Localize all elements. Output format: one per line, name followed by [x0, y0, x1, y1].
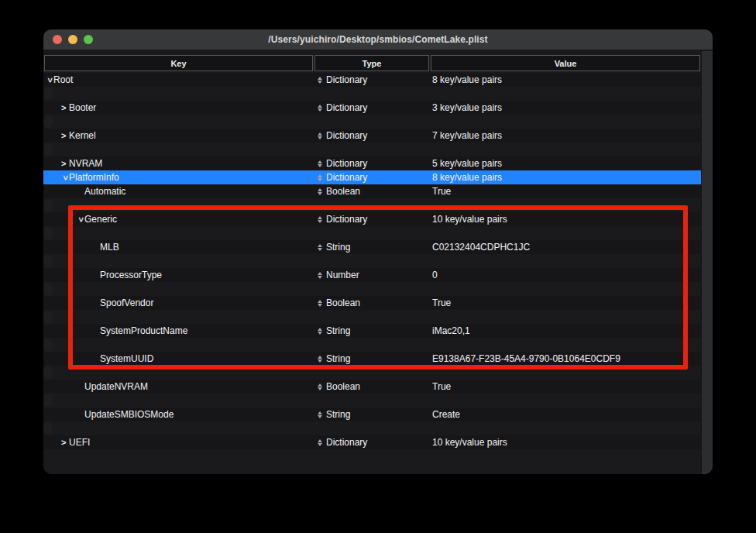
table-row[interactable]: >RootDictionary8 key/value pairs	[43, 73, 701, 87]
value-cell[interactable]: True	[429, 186, 701, 197]
table-row[interactable]: UpdateNVRAMBooleanTrue	[43, 380, 701, 394]
up-down-arrows-icon[interactable]	[318, 439, 322, 446]
key-cell[interactable]: CustomMemory	[43, 200, 77, 211]
key-cell[interactable]: SystemUUID	[43, 353, 314, 364]
column-header-value[interactable]: Value	[431, 55, 700, 71]
key-cell[interactable]: ProcessorType	[43, 270, 314, 280]
disclosure-closed-icon[interactable]: >	[61, 160, 69, 168]
window-titlebar[interactable]: /Users/yuichiro/Desktop/smbios/CometLake…	[43, 29, 713, 50]
type-popup[interactable]: Dictionary	[314, 158, 429, 169]
table-row[interactable]: SystemMemoryStatusStringAuto	[43, 310, 53, 324]
key-cell[interactable]: Automatic	[43, 186, 314, 197]
up-down-arrows-icon[interactable]	[318, 300, 322, 307]
up-down-arrows-icon[interactable]	[318, 160, 322, 167]
value-cell[interactable]: Create	[429, 409, 701, 420]
value-cell[interactable]: 2 key/value pairs	[64, 116, 67, 127]
table-row[interactable]: >DevicePropertiesDictionary2 key/value p…	[43, 115, 53, 129]
key-cell[interactable]: >Kernel	[43, 130, 314, 141]
key-cell[interactable]: MLB	[43, 242, 314, 253]
key-cell[interactable]: UpdateNVRAM	[43, 381, 314, 392]
key-cell[interactable]: >UEFI	[43, 437, 314, 448]
value-cell[interactable]: 10 key/value pairs	[429, 437, 701, 448]
up-down-arrows-icon[interactable]	[318, 244, 322, 251]
key-cell[interactable]: >Misc	[43, 144, 61, 155]
type-popup[interactable]: Boolean	[314, 186, 429, 197]
table-row[interactable]: SystemProductNameStringiMac20,1	[43, 324, 701, 338]
disclosure-open-icon[interactable]: >	[46, 76, 54, 84]
table-row[interactable]: >BooterDictionary3 key/value pairs	[43, 101, 701, 115]
key-cell[interactable]: >Booter	[43, 102, 314, 113]
value-cell[interactable]: True	[429, 381, 701, 392]
table-row[interactable]: >NVRAMDictionary5 key/value pairs	[43, 156, 701, 170]
disclosure-closed-icon[interactable]: >	[61, 132, 69, 140]
table-row[interactable]: CustomMemoryBooleanFalse	[43, 198, 53, 212]
value-cell[interactable]: True	[80, 367, 83, 378]
key-cell[interactable]: >Generic	[43, 214, 314, 225]
value-cell[interactable]: True	[80, 395, 83, 406]
up-down-arrows-icon[interactable]	[318, 132, 322, 139]
type-popup[interactable]: String	[314, 409, 429, 420]
disclosure-closed-icon[interactable]: >	[61, 104, 69, 112]
value-cell[interactable]: 4 key/value pairs	[64, 88, 67, 99]
key-cell[interactable]: UseRawUuidEncoding	[43, 423, 77, 434]
table-row[interactable]: UseRawUuidEncodingBooleanFalse	[43, 421, 53, 435]
value-cell[interactable]: False	[95, 256, 98, 266]
table-row[interactable]: MLBStringC02132404CDPHC1JC	[43, 240, 701, 254]
up-down-arrows-icon[interactable]	[318, 174, 322, 181]
disclosure-open-icon[interactable]: >	[77, 215, 85, 223]
key-cell[interactable]: >Root	[43, 74, 314, 85]
minimize-button[interactable]	[68, 35, 77, 44]
type-popup[interactable]: String	[314, 353, 429, 364]
key-cell[interactable]: UpdateSMBIOS	[43, 395, 77, 406]
key-cell[interactable]: UpdateDataHub	[43, 367, 77, 378]
column-header-type[interactable]: Type	[314, 55, 429, 71]
value-cell[interactable]: 8 key/value pairs	[429, 74, 701, 85]
table-row[interactable]: AdviseFeaturesBooleanFalse	[43, 226, 53, 240]
value-cell[interactable]: C02G6JYXPN5T	[95, 339, 98, 350]
table-row[interactable]: UpdateSMBIOSModeStringCreate	[43, 407, 701, 421]
up-down-arrows-icon[interactable]	[318, 77, 322, 84]
type-popup[interactable]: Boolean	[314, 297, 429, 308]
table-row[interactable]: >ACPIDictionary4 key/value pairs	[43, 87, 53, 101]
key-cell[interactable]: UpdateSMBIOSMode	[43, 409, 314, 420]
key-cell[interactable]: >NVRAM	[43, 158, 314, 169]
value-cell[interactable]: 0	[429, 270, 701, 280]
type-popup[interactable]: Dictionary	[314, 437, 429, 448]
up-down-arrows-icon[interactable]	[318, 383, 322, 390]
type-popup[interactable]: String	[314, 242, 429, 253]
table-row[interactable]: >MiscDictionary7 key/value pairs	[43, 143, 53, 156]
table-row[interactable]: UpdateDataHubBooleanTrue	[43, 366, 53, 380]
key-cell[interactable]: SystemSerialNumber	[43, 339, 92, 350]
value-cell[interactable]: 5 key/value pairs	[429, 158, 701, 169]
value-cell[interactable]: 3 key/value pairs	[429, 102, 701, 113]
type-popup[interactable]: String	[314, 325, 429, 336]
up-down-arrows-icon[interactable]	[318, 188, 322, 195]
table-row[interactable]: ProcessorTypeNumber0	[43, 268, 701, 282]
up-down-arrows-icon[interactable]	[318, 105, 322, 112]
key-cell[interactable]: MaxBIOSVersion	[43, 256, 92, 266]
table-row[interactable]: ROMData<00F4B900 EB45>	[43, 282, 53, 296]
key-cell[interactable]: >DeviceProperties	[43, 116, 61, 127]
table-row[interactable]: MaxBIOSVersionBooleanFalse	[43, 254, 53, 268]
up-down-arrows-icon[interactable]	[318, 411, 322, 418]
value-cell[interactable]: False	[95, 228, 98, 239]
key-cell[interactable]: SystemMemoryStatus	[43, 311, 92, 322]
key-cell[interactable]: AdviseFeatures	[43, 228, 92, 239]
table-row[interactable]: SystemUUIDStringE9138A67-F23B-45A4-9790-…	[43, 352, 701, 366]
vertical-scrollbar[interactable]	[701, 51, 713, 474]
key-cell[interactable]: ROM	[43, 284, 92, 294]
disclosure-open-icon[interactable]: >	[61, 174, 70, 181]
key-cell[interactable]: >ACPI	[43, 88, 61, 99]
up-down-arrows-icon[interactable]	[318, 328, 322, 335]
value-cell[interactable]: 7 key/value pairs	[429, 130, 701, 141]
table-row[interactable]: >UEFIDictionary10 key/value pairs	[43, 435, 701, 449]
value-cell[interactable]: True	[429, 297, 701, 308]
zoom-button[interactable]	[84, 35, 93, 44]
type-popup[interactable]: Dictionary	[314, 74, 429, 85]
table-row[interactable]: >GenericDictionary10 key/value pairs	[43, 212, 701, 226]
value-cell[interactable]: False	[80, 200, 83, 211]
table-row[interactable]: >PlatformInfoDictionary8 key/value pairs	[43, 170, 701, 184]
value-cell[interactable]: C02132404CDPHC1JC	[429, 242, 701, 253]
column-header-key[interactable]: Key	[44, 55, 313, 71]
type-popup[interactable]: Dictionary	[314, 172, 429, 183]
